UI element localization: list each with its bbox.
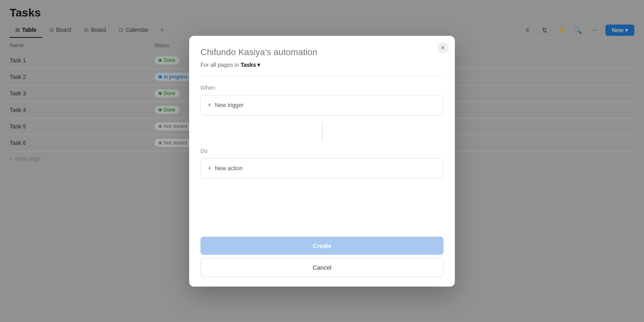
do-section: Do + New action — [200, 148, 444, 179]
modal-divider — [200, 76, 444, 76]
new-action-button[interactable]: + New action — [200, 158, 444, 179]
do-label: Do — [200, 148, 444, 154]
modal-footer: Create Cancel — [200, 237, 444, 277]
trigger-plus-icon: + — [207, 101, 212, 109]
automation-modal: × For all pages in Tasks ▾ When + New tr… — [189, 36, 455, 287]
close-icon: × — [441, 44, 444, 52]
modal-close-button[interactable]: × — [437, 42, 448, 54]
new-trigger-label: New trigger — [215, 102, 244, 108]
action-plus-icon: + — [207, 164, 212, 173]
modal-spacer — [200, 179, 444, 227]
connector — [200, 116, 444, 148]
new-trigger-button[interactable]: + New trigger — [200, 95, 444, 116]
when-label: When — [200, 85, 444, 91]
modal-subtitle: For all pages in Tasks ▾ — [200, 62, 444, 68]
cancel-button[interactable]: Cancel — [200, 258, 444, 277]
tasks-chevron-icon: ▾ — [257, 62, 260, 68]
connector-line — [322, 122, 322, 141]
tasks-link[interactable]: Tasks ▾ — [241, 62, 260, 68]
automation-title-input[interactable] — [200, 47, 444, 58]
create-button[interactable]: Create — [200, 237, 444, 255]
subtitle-prefix: For all pages in — [200, 62, 239, 68]
new-action-label: New action — [215, 165, 243, 171]
modal-overlay: × For all pages in Tasks ▾ When + New tr… — [0, 0, 644, 322]
